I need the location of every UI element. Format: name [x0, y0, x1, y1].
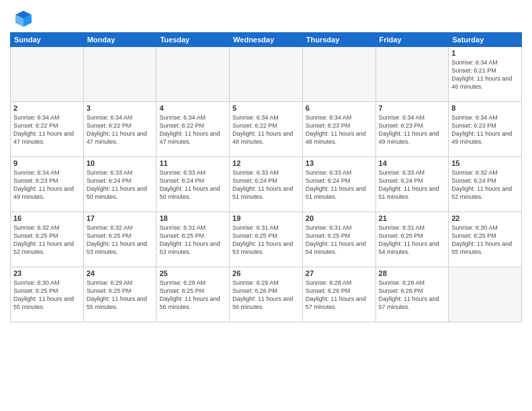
calendar-cell: 12Sunrise: 6:33 AM Sunset: 6:24 PM Dayli…	[230, 157, 303, 212]
day-detail: Sunrise: 6:33 AM Sunset: 6:24 PM Dayligh…	[306, 169, 373, 201]
day-detail: Sunrise: 6:34 AM Sunset: 6:23 PM Dayligh…	[451, 113, 519, 146]
calendar-cell: 14Sunrise: 6:33 AM Sunset: 6:24 PM Dayli…	[375, 157, 449, 212]
day-number: 1	[451, 49, 519, 57]
weekday-header-sunday: Sunday	[11, 33, 84, 47]
day-detail: Sunrise: 6:31 AM Sunset: 6:25 PM Dayligh…	[232, 224, 300, 257]
calendar-cell: 15Sunrise: 6:32 AM Sunset: 6:24 PM Dayli…	[449, 157, 522, 212]
day-detail: Sunrise: 6:33 AM Sunset: 6:24 PM Dayligh…	[232, 169, 300, 201]
weekday-header-saturday: Saturday	[449, 33, 522, 47]
day-number: 24	[87, 269, 154, 277]
day-number: 7	[379, 104, 446, 112]
calendar-cell	[157, 47, 230, 102]
calendar-cell: 13Sunrise: 6:33 AM Sunset: 6:24 PM Dayli…	[302, 157, 375, 212]
day-number: 2	[13, 104, 81, 112]
calendar-cell: 24Sunrise: 6:29 AM Sunset: 6:25 PM Dayli…	[83, 267, 157, 322]
calendar-cell: 16Sunrise: 6:32 AM Sunset: 6:25 PM Dayli…	[11, 212, 84, 267]
calendar-cell: 7Sunrise: 6:34 AM Sunset: 6:23 PM Daylig…	[375, 102, 449, 157]
day-detail: Sunrise: 6:28 AM Sunset: 6:26 PM Dayligh…	[379, 279, 446, 312]
day-number: 20	[306, 214, 373, 222]
calendar-cell: 10Sunrise: 6:33 AM Sunset: 6:24 PM Dayli…	[83, 157, 157, 212]
calendar-cell: 5Sunrise: 6:34 AM Sunset: 6:22 PM Daylig…	[230, 102, 303, 157]
weekday-header-tuesday: Tuesday	[157, 33, 230, 47]
day-number: 17	[87, 214, 154, 222]
page-header	[10, 7, 522, 28]
day-detail: Sunrise: 6:31 AM Sunset: 6:25 PM Dayligh…	[159, 224, 226, 257]
day-number: 6	[306, 104, 373, 112]
calendar-cell: 27Sunrise: 6:28 AM Sunset: 6:26 PM Dayli…	[302, 267, 375, 322]
day-number: 19	[232, 214, 300, 222]
day-number: 22	[451, 214, 519, 222]
calendar-cell	[449, 267, 522, 322]
day-detail: Sunrise: 6:34 AM Sunset: 6:22 PM Dayligh…	[232, 113, 300, 146]
calendar-cell: 8Sunrise: 6:34 AM Sunset: 6:23 PM Daylig…	[449, 102, 522, 157]
calendar-cell	[230, 47, 303, 102]
weekday-header-row: SundayMondayTuesdayWednesdayThursdayFrid…	[11, 33, 522, 47]
calendar-cell: 1Sunrise: 6:34 AM Sunset: 6:21 PM Daylig…	[449, 47, 522, 102]
day-detail: Sunrise: 6:29 AM Sunset: 6:26 PM Dayligh…	[232, 279, 300, 312]
day-detail: Sunrise: 6:31 AM Sunset: 6:25 PM Dayligh…	[306, 224, 373, 257]
calendar-cell: 6Sunrise: 6:34 AM Sunset: 6:23 PM Daylig…	[302, 102, 375, 157]
day-detail: Sunrise: 6:28 AM Sunset: 6:26 PM Dayligh…	[306, 279, 373, 312]
weekday-header-friday: Friday	[375, 33, 449, 47]
calendar-cell	[375, 47, 449, 102]
calendar-cell: 23Sunrise: 6:30 AM Sunset: 6:25 PM Dayli…	[11, 267, 84, 322]
day-detail: Sunrise: 6:33 AM Sunset: 6:24 PM Dayligh…	[159, 169, 226, 201]
day-number: 26	[232, 269, 300, 277]
day-detail: Sunrise: 6:34 AM Sunset: 6:22 PM Dayligh…	[87, 113, 154, 146]
day-detail: Sunrise: 6:32 AM Sunset: 6:24 PM Dayligh…	[451, 169, 519, 201]
week-row-0: 1Sunrise: 6:34 AM Sunset: 6:21 PM Daylig…	[11, 47, 522, 102]
weekday-header-monday: Monday	[83, 33, 157, 47]
day-detail: Sunrise: 6:29 AM Sunset: 6:25 PM Dayligh…	[87, 279, 154, 312]
calendar-table: SundayMondayTuesdayWednesdayThursdayFrid…	[10, 32, 522, 322]
day-number: 15	[451, 159, 519, 167]
day-detail: Sunrise: 6:34 AM Sunset: 6:21 PM Dayligh…	[451, 58, 519, 91]
day-number: 25	[159, 269, 226, 277]
calendar-cell: 28Sunrise: 6:28 AM Sunset: 6:26 PM Dayli…	[375, 267, 449, 322]
calendar-cell: 21Sunrise: 6:31 AM Sunset: 6:25 PM Dayli…	[375, 212, 449, 267]
calendar-cell: 25Sunrise: 6:29 AM Sunset: 6:25 PM Dayli…	[157, 267, 230, 322]
day-detail: Sunrise: 6:30 AM Sunset: 6:25 PM Dayligh…	[451, 224, 519, 257]
day-number: 5	[232, 104, 300, 112]
week-row-2: 9Sunrise: 6:34 AM Sunset: 6:23 PM Daylig…	[11, 157, 522, 212]
calendar-cell: 9Sunrise: 6:34 AM Sunset: 6:23 PM Daylig…	[11, 157, 84, 212]
day-number: 27	[306, 269, 373, 277]
day-number: 18	[159, 214, 226, 222]
day-number: 3	[87, 104, 154, 112]
day-number: 23	[13, 269, 81, 277]
day-detail: Sunrise: 6:34 AM Sunset: 6:23 PM Dayligh…	[13, 169, 81, 201]
day-detail: Sunrise: 6:33 AM Sunset: 6:24 PM Dayligh…	[87, 169, 154, 201]
day-number: 13	[306, 159, 373, 167]
day-number: 4	[159, 104, 226, 112]
day-detail: Sunrise: 6:29 AM Sunset: 6:25 PM Dayligh…	[159, 279, 226, 312]
day-detail: Sunrise: 6:34 AM Sunset: 6:22 PM Dayligh…	[13, 113, 81, 146]
weekday-header-thursday: Thursday	[302, 33, 375, 47]
calendar-cell: 17Sunrise: 6:32 AM Sunset: 6:25 PM Dayli…	[83, 212, 157, 267]
calendar-cell	[11, 47, 84, 102]
week-row-1: 2Sunrise: 6:34 AM Sunset: 6:22 PM Daylig…	[11, 102, 522, 157]
day-number: 9	[13, 159, 81, 167]
calendar-cell: 19Sunrise: 6:31 AM Sunset: 6:25 PM Dayli…	[230, 212, 303, 267]
day-detail: Sunrise: 6:32 AM Sunset: 6:25 PM Dayligh…	[87, 224, 154, 257]
calendar-cell: 22Sunrise: 6:30 AM Sunset: 6:25 PM Dayli…	[449, 212, 522, 267]
day-number: 14	[379, 159, 446, 167]
day-number: 8	[451, 104, 519, 112]
weekday-header-wednesday: Wednesday	[230, 33, 303, 47]
day-number: 11	[159, 159, 226, 167]
logo-flag-icon	[14, 9, 33, 28]
day-detail: Sunrise: 6:34 AM Sunset: 6:23 PM Dayligh…	[379, 113, 446, 146]
day-detail: Sunrise: 6:30 AM Sunset: 6:25 PM Dayligh…	[13, 279, 81, 312]
day-detail: Sunrise: 6:34 AM Sunset: 6:22 PM Dayligh…	[159, 113, 226, 146]
day-detail: Sunrise: 6:34 AM Sunset: 6:23 PM Dayligh…	[306, 113, 373, 146]
calendar-cell: 26Sunrise: 6:29 AM Sunset: 6:26 PM Dayli…	[230, 267, 303, 322]
day-detail: Sunrise: 6:32 AM Sunset: 6:25 PM Dayligh…	[13, 224, 81, 257]
calendar-cell: 18Sunrise: 6:31 AM Sunset: 6:25 PM Dayli…	[157, 212, 230, 267]
day-detail: Sunrise: 6:33 AM Sunset: 6:24 PM Dayligh…	[379, 169, 446, 201]
day-number: 16	[13, 214, 81, 222]
calendar-cell: 4Sunrise: 6:34 AM Sunset: 6:22 PM Daylig…	[157, 102, 230, 157]
calendar-cell: 3Sunrise: 6:34 AM Sunset: 6:22 PM Daylig…	[83, 102, 157, 157]
calendar-cell: 20Sunrise: 6:31 AM Sunset: 6:25 PM Dayli…	[302, 212, 375, 267]
day-number: 28	[379, 269, 446, 277]
day-number: 21	[379, 214, 446, 222]
day-detail: Sunrise: 6:31 AM Sunset: 6:25 PM Dayligh…	[379, 224, 446, 257]
week-row-3: 16Sunrise: 6:32 AM Sunset: 6:25 PM Dayli…	[11, 212, 522, 267]
